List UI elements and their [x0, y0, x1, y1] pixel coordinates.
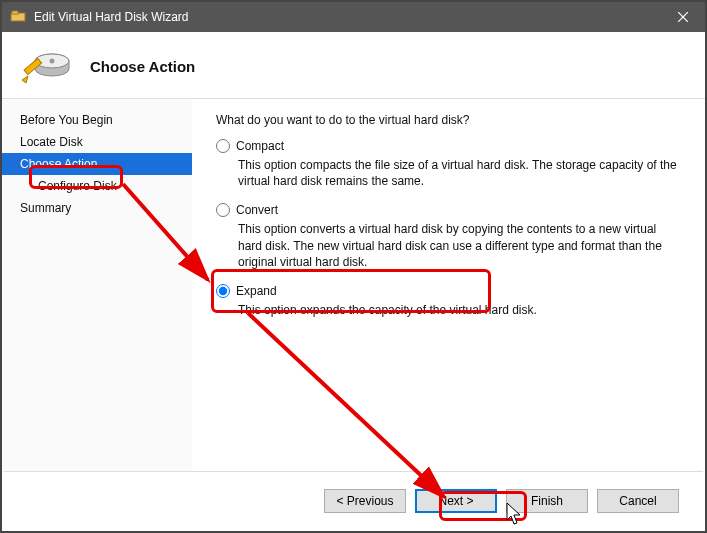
option-convert: Convert This option converts a virtual h… [216, 203, 683, 270]
option-compact-desc: This option compacts the file size of a … [238, 157, 683, 189]
next-button[interactable]: Next > [415, 489, 497, 513]
option-expand-row[interactable]: Expand [216, 284, 683, 298]
wizard-header: Choose Action [2, 32, 705, 99]
option-convert-desc: This option converts a virtual hard disk… [238, 221, 683, 270]
disk-pencil-icon [22, 46, 72, 86]
option-convert-row[interactable]: Convert [216, 203, 683, 217]
svg-marker-8 [22, 76, 28, 83]
cancel-button[interactable]: Cancel [597, 489, 679, 513]
option-compact-row[interactable]: Compact [216, 139, 683, 153]
titlebar: Edit Virtual Hard Disk Wizard [2, 2, 705, 32]
content-panel: What do you want to do to the virtual ha… [192, 99, 705, 475]
svg-point-6 [50, 59, 55, 64]
sidebar-item-before-you-begin[interactable]: Before You Begin [2, 109, 192, 131]
close-button[interactable] [661, 2, 705, 32]
sidebar-item-choose-action[interactable]: Choose Action [2, 153, 192, 175]
previous-button[interactable]: < Previous [324, 489, 406, 513]
sidebar-item-summary[interactable]: Summary [2, 197, 192, 219]
app-icon [10, 9, 26, 25]
option-convert-label: Convert [236, 203, 278, 217]
footer: < Previous Next > Finish Cancel [4, 471, 703, 529]
radio-expand[interactable] [216, 284, 230, 298]
finish-button[interactable]: Finish [506, 489, 588, 513]
option-compact: Compact This option compacts the file si… [216, 139, 683, 189]
radio-convert[interactable] [216, 203, 230, 217]
question-text: What do you want to do to the virtual ha… [216, 113, 683, 127]
wizard-body: Before You Begin Locate Disk Choose Acti… [2, 99, 705, 475]
sidebar-item-locate-disk[interactable]: Locate Disk [2, 131, 192, 153]
radio-compact[interactable] [216, 139, 230, 153]
option-expand-label: Expand [236, 284, 277, 298]
page-title: Choose Action [90, 58, 195, 75]
window-title: Edit Virtual Hard Disk Wizard [34, 10, 661, 24]
option-expand-desc: This option expands the capacity of the … [238, 302, 683, 318]
svg-rect-1 [12, 11, 18, 14]
option-expand: Expand This option expands the capacity … [216, 284, 683, 318]
sidebar: Before You Begin Locate Disk Choose Acti… [2, 99, 192, 475]
option-compact-label: Compact [236, 139, 284, 153]
sidebar-item-configure-disk[interactable]: Configure Disk [2, 175, 192, 197]
